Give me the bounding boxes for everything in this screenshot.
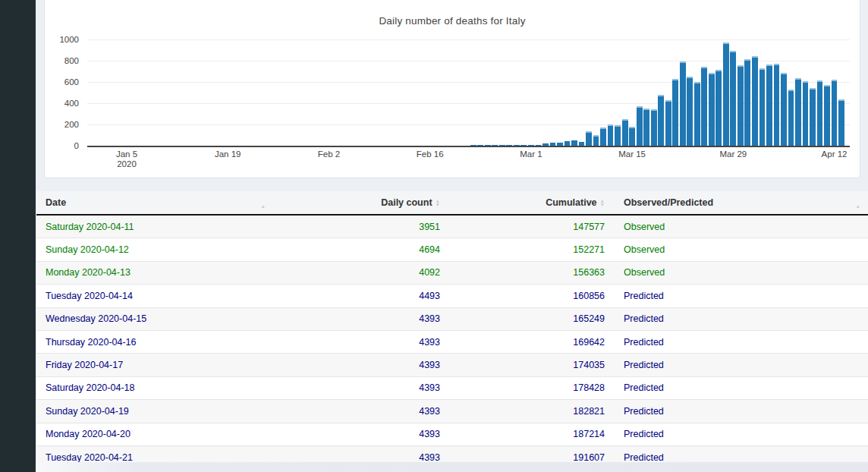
bar[interactable]	[832, 80, 838, 146]
bar[interactable]	[586, 131, 592, 146]
column-header-c1[interactable]: ▲▼Date	[36, 197, 272, 208]
column-header-label: Observed/Predicted	[624, 197, 868, 208]
bar[interactable]	[694, 82, 700, 146]
bar[interactable]	[680, 61, 686, 146]
chart-title: Daily number of deaths for Italy	[87, 15, 817, 27]
bar[interactable]	[536, 145, 542, 146]
bar[interactable]	[803, 81, 809, 146]
column-header-label: Daily count▲▼	[272, 197, 440, 208]
column-header-label: Cumulative▲▼	[442, 197, 605, 208]
bar[interactable]	[781, 73, 787, 146]
date-cell: Saturday 2020-04-18	[36, 382, 272, 393]
bar[interactable]	[665, 100, 671, 146]
cumulative-cell: 156363	[442, 267, 611, 278]
daily-count-cell: 3951	[272, 222, 442, 232]
bar[interactable]	[615, 125, 621, 146]
column-header-c3[interactable]: Cumulative▲▼	[442, 197, 611, 208]
status-cell: Observed	[611, 244, 868, 255]
below-table-strip	[36, 462, 868, 472]
date-cell: Friday 2020-04-17	[36, 360, 272, 370]
status-cell: Predicted	[611, 291, 868, 301]
y-axis-tick-label: 600	[44, 77, 79, 87]
status-cell: Observed	[611, 267, 868, 278]
bar[interactable]	[810, 88, 816, 146]
cumulative-cell: 191607	[442, 452, 611, 463]
bar[interactable]	[579, 142, 585, 146]
bar[interactable]	[542, 143, 549, 146]
status-cell: Predicted	[611, 382, 868, 393]
bar[interactable]	[593, 135, 599, 146]
bar[interactable]	[637, 106, 643, 146]
bar[interactable]	[795, 78, 801, 146]
bar[interactable]	[600, 127, 606, 146]
bar[interactable]	[658, 95, 664, 146]
bar[interactable]	[557, 143, 563, 146]
table-row: Saturday 2020-04-184393178428Predicted	[36, 376, 868, 399]
column-header-c4[interactable]: ▲▼Observed/Predicted	[611, 197, 868, 208]
date-cell: Tuesday 2020-04-21	[36, 452, 272, 463]
bar[interactable]	[470, 145, 476, 146]
sort-icon: ▲▼	[261, 204, 266, 208]
bar[interactable]	[622, 119, 628, 146]
deaths-bar-chart[interactable]: Daily number of deaths for Italy 0200400…	[44, 0, 860, 177]
bar[interactable]	[528, 145, 534, 146]
bar[interactable]	[766, 65, 772, 146]
table-row: Monday 2020-04-134092156363Observed	[36, 261, 868, 284]
bar[interactable]	[788, 90, 794, 146]
bar[interactable]	[499, 145, 505, 146]
bar[interactable]	[760, 68, 766, 146]
daily-count-cell: 4694	[272, 244, 442, 255]
bar[interactable]	[730, 51, 736, 146]
daily-count-cell: 4393	[272, 337, 442, 348]
status-cell: Observed	[611, 222, 868, 232]
bar[interactable]	[687, 77, 693, 146]
bar[interactable]	[651, 109, 657, 146]
bar[interactable]	[477, 145, 483, 146]
bar[interactable]	[492, 145, 498, 146]
bar[interactable]	[838, 99, 844, 146]
bar[interactable]	[629, 127, 635, 146]
bar[interactable]	[643, 109, 649, 146]
bar[interactable]	[506, 145, 512, 146]
bar[interactable]	[723, 42, 729, 146]
daily-count-cell: 4393	[272, 406, 442, 417]
date-cell: Saturday 2020-04-11	[36, 222, 272, 232]
bar[interactable]	[571, 140, 577, 146]
bar[interactable]	[701, 67, 707, 146]
daily-count-cell: 4092	[272, 267, 442, 278]
header-text: Observed/Predicted	[624, 197, 713, 208]
bar[interactable]	[550, 143, 556, 146]
bar[interactable]	[774, 64, 780, 146]
header-text: Daily count	[381, 197, 432, 208]
table-body: Saturday 2020-04-113951147577ObservedSun…	[36, 216, 868, 470]
daily-count-cell: 4493	[272, 291, 442, 301]
y-axis-tick-label: 800	[44, 56, 79, 65]
bar[interactable]	[752, 56, 758, 146]
bar[interactable]	[672, 79, 678, 146]
cumulative-cell: 169642	[442, 337, 611, 348]
bar[interactable]	[565, 141, 571, 146]
header-text: Date	[46, 197, 66, 208]
status-cell: Predicted	[611, 429, 868, 439]
table-row: Wednesday 2020-04-154393165249Predicted	[36, 307, 868, 330]
bar[interactable]	[744, 59, 750, 146]
data-table: ▲▼DateDaily count▲▼Cumulative▲▼▲▼Observe…	[36, 191, 868, 470]
bar[interactable]	[709, 73, 715, 146]
bar[interactable]	[824, 85, 830, 146]
date-cell: Monday 2020-04-20	[36, 429, 272, 439]
bar[interactable]	[520, 145, 527, 146]
daily-count-cell: 4393	[272, 382, 442, 393]
bar[interactable]	[737, 65, 744, 146]
x-axis-tick-label: Feb 16	[400, 149, 461, 159]
table-row: Friday 2020-04-174393174035Predicted	[36, 353, 868, 376]
bar[interactable]	[608, 124, 614, 146]
bar[interactable]	[485, 145, 491, 146]
x-axis-tick-label: Mar 15	[602, 149, 662, 159]
x-axis-tick-label: Feb 2	[298, 149, 359, 159]
table-row: Sunday 2020-04-124694152271Observed	[36, 238, 868, 260]
bar[interactable]	[514, 145, 520, 146]
bar[interactable]	[715, 70, 722, 146]
column-header-c2[interactable]: Daily count▲▼	[272, 197, 442, 208]
bar[interactable]	[817, 80, 823, 146]
table-row: Sunday 2020-04-194393182821Predicted	[36, 399, 868, 422]
